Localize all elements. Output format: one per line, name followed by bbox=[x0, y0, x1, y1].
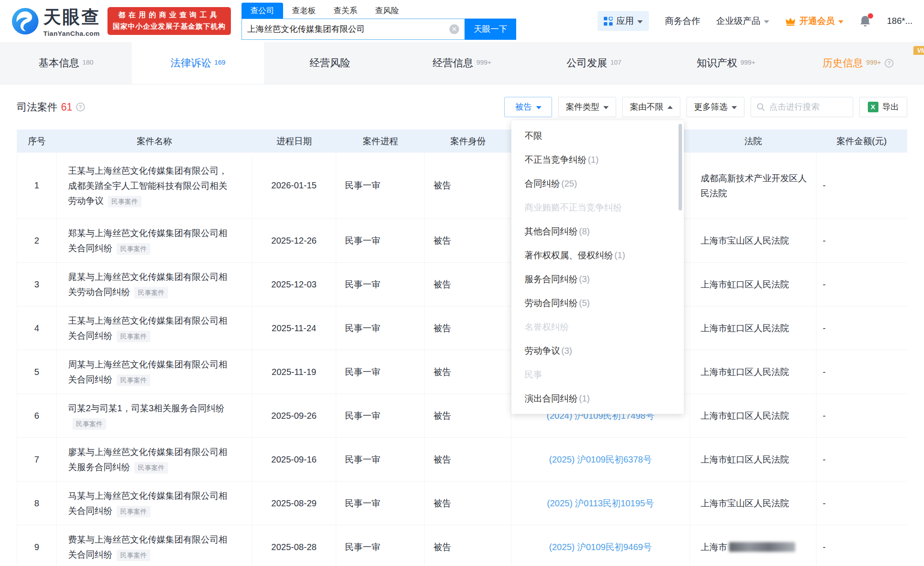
col-header-court: 法院 bbox=[690, 135, 817, 147]
apps-menu[interactable]: 应用 bbox=[598, 11, 649, 31]
cause-item-count: (8) bbox=[579, 226, 590, 237]
filter-more[interactable]: 更多筛选 bbox=[686, 97, 744, 117]
cause-item-count: (1) bbox=[579, 394, 590, 404]
search-tabs: 查公司查老板查关系查风险 bbox=[242, 3, 516, 19]
cell-amount: - bbox=[817, 350, 907, 394]
cell-no: 4 bbox=[17, 306, 57, 350]
cause-dropdown-item[interactable]: 著作权权属、侵权纠纷 (1) bbox=[511, 243, 684, 267]
chevron-down-icon bbox=[838, 20, 843, 23]
nav-enterprise-products[interactable]: 企业级产品 bbox=[716, 15, 769, 27]
case-tag: 民事案件 bbox=[108, 196, 142, 207]
table-row: 4 王某与上海丝芭文化传媒集团有限公司相关合同纠纷民事案件 2025-11-24… bbox=[17, 306, 907, 350]
col-header-no: 序号 bbox=[17, 135, 57, 147]
company-tab[interactable]: 经营风险 bbox=[264, 42, 396, 84]
cause-item-label: 其他合同纠纷 bbox=[525, 226, 578, 237]
case-number-link[interactable]: (2025) 沪0109民初9469号 bbox=[549, 541, 652, 553]
help-icon[interactable]: ? bbox=[885, 59, 893, 68]
search-scope-tab[interactable]: 查关系 bbox=[325, 3, 366, 19]
cause-item-count: (5) bbox=[579, 298, 590, 308]
court-name: 上海市虹口区人民法院 bbox=[701, 408, 789, 423]
company-tab[interactable]: 经营信息 999+ bbox=[396, 42, 528, 84]
company-tab[interactable]: 基本信息 180 bbox=[0, 42, 132, 84]
cell-court: 上海市虹口区人民法院 bbox=[690, 394, 817, 437]
company-tab[interactable]: 历史信息 999+ VIP? bbox=[792, 42, 924, 84]
col-header-stage: 案件进程 bbox=[336, 135, 425, 147]
chevron-down-icon bbox=[536, 106, 541, 109]
company-tab[interactable]: 公司发展 107 bbox=[528, 42, 660, 84]
cause-item-label: 著作权权属、侵权纠纷 bbox=[525, 249, 613, 261]
company-tab-strip: 基本信息 180 法律诉讼 169 经营风险 经营信息 999+ 公司发展 10… bbox=[0, 42, 924, 84]
tianyancha-logo-icon bbox=[12, 8, 39, 35]
table-row: 3 晁某与上海丝芭文化传媒集团有限公司相关劳动合同纠纷民事案件 2025-12-… bbox=[17, 263, 907, 306]
chevron-down-icon bbox=[637, 20, 643, 23]
notifications-bell[interactable] bbox=[859, 15, 871, 27]
filter-actions: 被告 案件类型 案由不限 更多筛选 X 导出 bbox=[504, 97, 907, 117]
tab-count: 180 bbox=[82, 58, 93, 66]
cause-item-label: 劳动合同纠纷 bbox=[525, 297, 578, 309]
company-tab[interactable]: 法律诉讼 169 bbox=[132, 42, 264, 84]
company-tab[interactable]: 知识产权 999+ bbox=[660, 42, 792, 84]
cause-item-label: 名誉权纠纷 bbox=[525, 321, 569, 333]
chevron-down-icon bbox=[603, 106, 609, 109]
case-tag: 民事案件 bbox=[117, 331, 150, 342]
search-input[interactable] bbox=[247, 24, 449, 34]
cause-item-label: 劳动争议 bbox=[525, 345, 560, 357]
cause-dropdown-item[interactable]: 不限 bbox=[511, 124, 684, 148]
dropdown-scrollbar[interactable] bbox=[679, 124, 682, 210]
cause-dropdown-item[interactable]: 劳动争议 (3) bbox=[511, 339, 684, 363]
chevron-up-icon bbox=[667, 106, 673, 109]
search-scope-tab[interactable]: 查风险 bbox=[366, 3, 408, 19]
cell-amount: - bbox=[817, 219, 907, 262]
cause-dropdown-item[interactable]: 劳动合同纠纷 (5) bbox=[511, 291, 684, 315]
cause-dropdown-item: 名誉权纠纷 bbox=[511, 315, 684, 339]
enterprise-label: 企业级产品 bbox=[716, 15, 760, 27]
cause-dropdown-item[interactable]: 不正当竞争纠纷 (1) bbox=[511, 148, 684, 172]
cell-case-name: 廖某与上海丝芭文化传媒集团有限公司相关服务合同纠纷民事案件 bbox=[57, 438, 252, 481]
tab-count: 999+ bbox=[866, 58, 881, 66]
col-header-case-name: 案件名称 bbox=[57, 135, 252, 147]
filter-case-type[interactable]: 案件类型 bbox=[558, 97, 616, 117]
cases-table: 序号 案件名称 进程日期 案件进程 案件身份 法院 案件金额(元) 1 王某与上… bbox=[17, 130, 907, 566]
cell-role: 被告 bbox=[425, 263, 511, 306]
cause-item-count: (3) bbox=[579, 274, 590, 284]
nav-business-cooperation[interactable]: 商务合作 bbox=[665, 15, 700, 27]
col-header-amount: 案件金额(元) bbox=[817, 135, 907, 147]
cell-court: 成都高新技术产业开发区人民法院 bbox=[690, 153, 817, 218]
cause-dropdown-item[interactable]: 其他合同纠纷 (8) bbox=[511, 219, 684, 243]
cause-label: 案由不限 bbox=[630, 101, 663, 113]
help-icon[interactable]: ? bbox=[76, 103, 85, 111]
cell-stage: 民事一审 bbox=[336, 263, 425, 306]
cause-item-count: (3) bbox=[561, 346, 572, 356]
court-name: 上海市虹口区人民法院 bbox=[701, 364, 789, 379]
case-tag: 民事案件 bbox=[117, 506, 150, 517]
clear-search-icon[interactable]: ✕ bbox=[449, 24, 459, 34]
cell-amount: - bbox=[817, 263, 907, 306]
case-number-link[interactable]: (2025) 沪0113民初10195号 bbox=[547, 497, 654, 509]
search-button[interactable]: 天眼一下 bbox=[465, 19, 516, 40]
cause-dropdown-menu: 不限 不正当竞争纠纷 (1) 合同纠纷 (25) 商业贿赂不正当竞争纠纷 其他合… bbox=[511, 120, 684, 414]
cell-stage: 民事一审 bbox=[336, 219, 425, 262]
cell-amount: - bbox=[817, 394, 907, 437]
open-vip-button[interactable]: 开通会员 bbox=[785, 15, 843, 27]
court-name: 上海市虹口区人民法院 bbox=[701, 321, 789, 336]
tianyancha-logo[interactable]: 天眼查 TianYanCha.com bbox=[12, 5, 100, 37]
case-number-link[interactable]: (2025) 沪0109民初6378号 bbox=[549, 454, 652, 466]
cell-date: 2025-11-24 bbox=[252, 306, 336, 350]
cause-dropdown-item[interactable]: 演出合同纠纷 (1) bbox=[511, 386, 684, 410]
export-button[interactable]: X 导出 bbox=[859, 97, 907, 117]
tab-label: 基本信息 bbox=[38, 56, 79, 70]
table-search-input[interactable] bbox=[769, 102, 847, 112]
search-icon bbox=[756, 103, 765, 111]
search-scope-tab[interactable]: 查老板 bbox=[283, 3, 325, 19]
slogan-badge: 都在用的商业查询工具 国家中小企业发展子基金旗下机构 bbox=[107, 7, 231, 35]
filter-defendant[interactable]: 被告 bbox=[504, 97, 552, 117]
col-header-date: 进程日期 bbox=[252, 135, 336, 147]
account-phone[interactable]: 186*... bbox=[887, 16, 912, 26]
search-scope-tab[interactable]: 查公司 bbox=[242, 3, 283, 19]
cause-dropdown-item[interactable]: 合同纠纷 (25) bbox=[511, 172, 684, 195]
filter-cause[interactable]: 案由不限 bbox=[622, 97, 680, 117]
cell-stage: 民事一审 bbox=[336, 438, 425, 481]
cause-dropdown-item[interactable]: 服务合同纠纷 (3) bbox=[511, 267, 684, 291]
cell-amount: - bbox=[817, 153, 907, 218]
defendant-label: 被告 bbox=[515, 101, 532, 113]
